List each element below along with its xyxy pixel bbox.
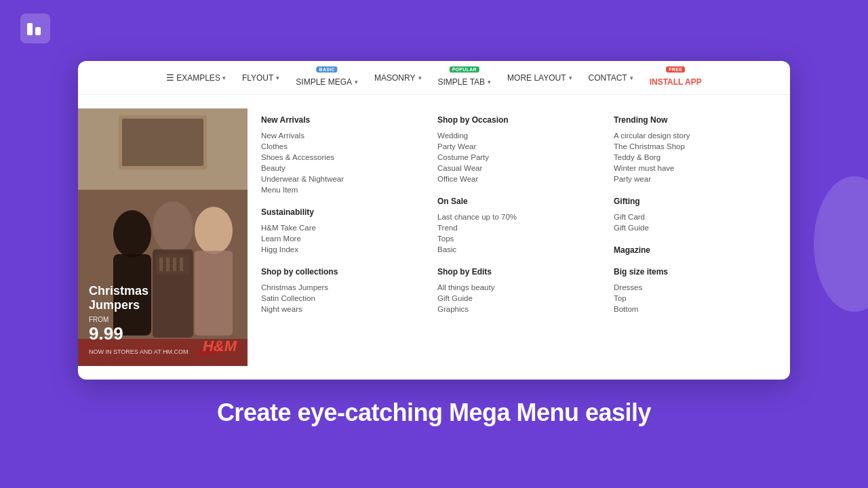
nav-simple-mega-label: SIMPLE MEGA (296, 77, 352, 87)
section-sustainability: Sustainability H&M Take Care Learn More … (261, 207, 410, 255)
promo-from: FROM (89, 316, 237, 323)
nav-item-examples[interactable]: ☰ EXAMPLES ▾ (159, 68, 233, 87)
section-title-shop-edits: Shop by Edits (437, 267, 587, 277)
svg-rect-18 (166, 258, 170, 271)
section-shop-edits: Shop by Edits All things beauty Gift Gui… (437, 267, 587, 314)
section-title-shop-collections: Shop by collections (261, 267, 410, 277)
section-title-big-size: Big size items (614, 267, 763, 277)
link-underwear-nightwear[interactable]: Underwear & Nightwear (261, 174, 410, 184)
svg-rect-20 (180, 258, 183, 271)
section-title-trending-now: Trending Now (614, 115, 763, 125)
link-gift-guide[interactable]: Gift Guide (614, 222, 763, 233)
chevron-icon: ▾ (488, 79, 491, 85)
section-shop-occasion: Shop by Occasion Wedding Party Wear Cost… (437, 115, 587, 184)
link-new-arrivals[interactable]: New Arrivals (261, 130, 410, 141)
link-christmas-shop[interactable]: The Christmas Shop (614, 141, 763, 152)
nav-item-flyout[interactable]: FLYOUT ▾ (235, 69, 286, 87)
link-dresses[interactable]: Dresses (614, 282, 763, 293)
link-menu-item[interactable]: Menu Item (261, 184, 410, 195)
link-gift-guide-edits[interactable]: Gift Guide (437, 293, 587, 304)
section-title-gifting: Gifting (614, 197, 763, 206)
svg-rect-6 (122, 119, 203, 166)
menu-col-3: Trending Now A circular design story The… (600, 108, 776, 366)
nav-item-more-layout[interactable]: MORE LAYOUT ▾ (500, 69, 578, 87)
hamburger-icon: ☰ (166, 73, 174, 83)
link-party-wear-trending[interactable]: Party wear (614, 174, 763, 184)
menu-promo-image: ChristmasJumpers FROM 9.99 NOW IN STORES… (78, 108, 248, 366)
link-casual-wear[interactable]: Casual Wear (437, 163, 587, 174)
link-hm-take-care[interactable]: H&M Take Care (261, 222, 410, 233)
section-gifting: Gifting Gift Card Gift Guide (614, 197, 763, 233)
mega-menu: ChristmasJumpers FROM 9.99 NOW IN STORES… (78, 95, 790, 380)
link-shoes-accessories[interactable]: Shoes & Accessories (261, 152, 410, 163)
chevron-icon: ▾ (569, 75, 572, 81)
link-teddy-borg[interactable]: Teddy & Borg (614, 152, 763, 163)
menu-columns: New Arrivals New Arrivals Clothes Shoes … (248, 108, 776, 366)
link-wedding[interactable]: Wedding (437, 130, 587, 141)
badge-free: FREE (666, 66, 685, 73)
section-trending-now: Trending Now A circular design story The… (614, 115, 763, 184)
link-costume-party[interactable]: Costume Party (437, 152, 587, 163)
menu-col-1: New Arrivals New Arrivals Clothes Shoes … (248, 108, 424, 366)
logo (20, 14, 50, 46)
link-top[interactable]: Top (614, 293, 763, 304)
link-learn-more[interactable]: Learn More (261, 233, 410, 244)
svg-rect-17 (159, 258, 163, 271)
nav-simple-tab-label: SIMPLE TAB (438, 77, 486, 87)
nav-contact-label: CONTACT (589, 73, 627, 83)
nav-item-simple-tab[interactable]: POPULAR SIMPLE TAB ▾ (431, 65, 498, 91)
navbar: ☰ EXAMPLES ▾ FLYOUT ▾ BASIC SIMPLE MEGA … (78, 61, 790, 95)
link-all-things-beauty[interactable]: All things beauty (437, 282, 587, 293)
badge-popular: POPULAR (450, 66, 479, 73)
link-trend[interactable]: Trend (437, 222, 587, 233)
link-christmas-jumpers[interactable]: Christmas Jumpers (261, 282, 410, 293)
deco-circle (814, 176, 868, 312)
link-clothes[interactable]: Clothes (261, 141, 410, 152)
nav-more-layout-label: MORE LAYOUT (507, 73, 566, 83)
nav-masonry-label: MASONRY (374, 73, 415, 83)
nav-examples-label: EXAMPLES (176, 73, 220, 83)
nav-item-contact[interactable]: CONTACT ▾ (582, 69, 640, 87)
svg-point-9 (153, 201, 193, 253)
section-new-arrivals: New Arrivals New Arrivals Clothes Shoes … (261, 115, 410, 195)
nav-item-masonry[interactable]: MASONRY ▾ (368, 69, 428, 87)
link-winter-must-have[interactable]: Winter must have (614, 163, 763, 174)
link-beauty[interactable]: Beauty (261, 163, 410, 174)
section-title-shop-occasion: Shop by Occasion (437, 115, 587, 125)
section-title-on-sale: On Sale (437, 197, 587, 206)
link-graphics[interactable]: Graphics (437, 304, 587, 314)
section-title-new-arrivals: New Arrivals (261, 115, 410, 125)
nav-item-install-app[interactable]: FREE INSTALL APP (643, 65, 709, 91)
section-on-sale: On Sale Last chance up to 70% Trend Tops… (437, 197, 587, 255)
promo-title: ChristmasJumpers (89, 284, 237, 313)
link-circular-design[interactable]: A circular design story (614, 130, 763, 141)
section-title-magazine: Magazine (614, 245, 763, 255)
link-gift-card[interactable]: Gift Card (614, 211, 763, 222)
link-party-wear[interactable]: Party Wear (437, 141, 587, 152)
hm-logo: H&M (203, 338, 237, 355)
section-shop-collections: Shop by collections Christmas Jumpers Sa… (261, 267, 410, 314)
link-bottom[interactable]: Bottom (614, 304, 763, 314)
bottom-headline: Create eye-catching Mega Menu easily (217, 399, 651, 427)
svg-point-7 (113, 210, 151, 258)
svg-rect-1 (27, 23, 33, 35)
svg-point-11 (195, 207, 233, 254)
badge-basic: BASIC (317, 66, 338, 73)
svg-rect-19 (173, 258, 176, 271)
section-big-size: Big size items Dresses Top Bottom (614, 267, 763, 314)
section-title-sustainability: Sustainability (261, 207, 410, 217)
link-last-chance[interactable]: Last chance up to 70% (437, 211, 587, 222)
link-basic[interactable]: Basic (437, 244, 587, 255)
nav-install-label: INSTALL APP (650, 77, 702, 87)
link-tops[interactable]: Tops (437, 233, 587, 244)
link-night-wears[interactable]: Night wears (261, 304, 410, 314)
menu-col-2: Shop by Occasion Wedding Party Wear Cost… (424, 108, 600, 366)
main-card: ☰ EXAMPLES ▾ FLYOUT ▾ BASIC SIMPLE MEGA … (78, 61, 790, 380)
nav-item-simple-mega[interactable]: BASIC SIMPLE MEGA ▾ (289, 65, 365, 91)
link-higg-index[interactable]: Higg Index (261, 244, 410, 255)
chevron-icon: ▾ (222, 75, 226, 81)
link-office-wear[interactable]: Office Wear (437, 174, 587, 184)
chevron-icon: ▾ (630, 75, 633, 81)
link-satin-collection[interactable]: Satin Collection (261, 293, 410, 304)
chevron-icon: ▾ (418, 75, 422, 81)
